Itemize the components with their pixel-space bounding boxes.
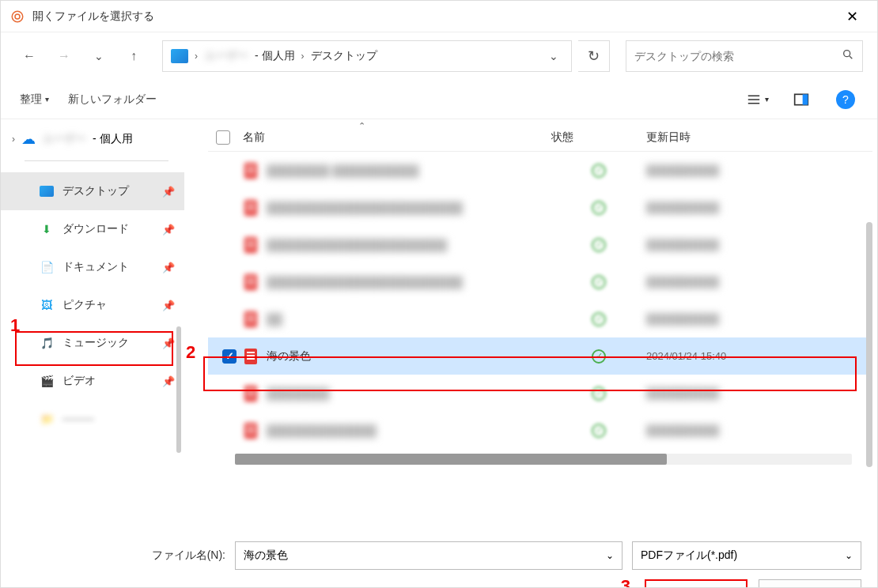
file-row-selected[interactable]: 海の景色 2024/01/24 15:40 — [208, 337, 872, 375]
breadcrumb-user[interactable]: ユーザー — [204, 49, 248, 63]
window-title: 開くファイルを選択する — [32, 9, 836, 24]
chevron-right-icon: › — [12, 134, 15, 145]
download-icon: ⬇ — [39, 223, 55, 236]
svg-point-0 — [12, 11, 23, 22]
file-row[interactable]: ████████████ — [208, 300, 872, 337]
search-input[interactable] — [634, 50, 842, 62]
nav-back-button[interactable]: ← — [15, 42, 44, 70]
filename-input[interactable]: 海の景色 ⌄ — [235, 541, 623, 570]
documents-icon: 📄 — [39, 261, 55, 273]
open-button[interactable]: 開く(O) — [645, 579, 747, 588]
close-button[interactable]: ✕ — [836, 8, 868, 25]
breadcrumb-personal[interactable]: - 個人用 — [255, 49, 295, 63]
pictures-icon: 🖼 — [39, 299, 55, 311]
sidebar-item-downloads[interactable]: ⬇ ダウンロード 📌 — [1, 210, 184, 248]
svg-point-2 — [844, 51, 850, 57]
chevron-down-icon[interactable]: ⌄ — [606, 550, 614, 561]
refresh-button[interactable]: ↻ — [578, 40, 610, 72]
sidebar-item-documents[interactable]: 📄 ドキュメント 📌 — [1, 248, 184, 286]
sidebar-personal-label: - 個人用 — [93, 132, 133, 146]
nav-recent-dropdown[interactable]: ⌄ — [85, 42, 113, 70]
sidebar-item-videos[interactable]: 🎬 ビデオ 📌 — [1, 362, 184, 400]
svg-rect-4 — [803, 94, 808, 104]
file-date: 2024/01/24 15:40 — [646, 350, 865, 362]
file-row[interactable]: ██████████████████ — [208, 375, 872, 412]
organize-menu[interactable]: 整理 ▾ — [20, 92, 49, 107]
help-button[interactable]: ? — [833, 87, 858, 112]
nav-forward-button[interactable]: → — [50, 42, 78, 70]
select-all-checkbox[interactable] — [216, 130, 230, 145]
cancel-button[interactable]: キャンセル — [759, 579, 861, 588]
onedrive-icon: ☁ — [21, 130, 36, 148]
pin-icon: 📌 — [162, 300, 175, 311]
file-row[interactable]: ████████ █████████████████████ — [208, 152, 872, 189]
file-row[interactable]: █████████████████████████████████ — [208, 226, 872, 263]
annotation-1: 1 — [10, 315, 20, 336]
status-ok-icon — [592, 349, 606, 364]
chevron-down-icon[interactable]: ⌄ — [845, 550, 853, 561]
vertical-scrollbar[interactable] — [866, 222, 872, 467]
file-list: 名前 ⌃ 状態 更新日時 ████████ ██████████████████… — [184, 119, 877, 530]
sidebar-onedrive[interactable]: › ☁ ユーザー - 個人用 — [1, 124, 184, 154]
file-type-filter[interactable]: PDFファイル(*.pdf) ⌄ — [632, 541, 861, 570]
view-mode-button[interactable]: ▾ — [744, 87, 770, 112]
column-state[interactable]: 状態 — [551, 130, 646, 145]
annotation-2: 2 — [186, 342, 195, 363]
pin-icon: 📌 — [162, 375, 175, 387]
sidebar-scrollbar[interactable] — [176, 326, 181, 453]
sort-caret-icon: ⌃ — [358, 121, 365, 131]
svg-point-1 — [15, 14, 20, 19]
pdf-file-icon — [243, 348, 259, 365]
column-name[interactable]: 名前 — [243, 130, 551, 145]
breadcrumb-sep-icon: › — [195, 51, 198, 62]
breadcrumb-desktop[interactable]: デスクトップ — [311, 49, 377, 63]
pin-icon: 📌 — [162, 224, 175, 236]
annotation-box-1 — [15, 331, 173, 366]
search-icon[interactable] — [842, 48, 854, 64]
videos-icon: 🎬 — [39, 375, 55, 387]
column-date[interactable]: 更新日時 — [646, 130, 865, 145]
file-row[interactable]: ███████████████████████████████████ — [208, 263, 872, 300]
new-folder-button[interactable]: 新しいフォルダー — [68, 92, 157, 107]
pin-icon: 📌 — [162, 262, 175, 273]
sidebar: › ☁ ユーザー - 個人用 1 デスクトップ 📌 ⬇ ダウンロード 📌 📄 ド… — [1, 119, 184, 530]
preview-pane-button[interactable] — [789, 87, 814, 112]
sidebar-item-hidden[interactable]: 📁──── — [1, 400, 184, 438]
address-bar[interactable]: › ユーザー - 個人用 › デスクトップ ⌄ — [162, 40, 572, 72]
file-checkbox[interactable] — [222, 349, 237, 364]
pin-icon: 📌 — [162, 186, 175, 198]
nav-up-button[interactable]: ↑ — [119, 42, 148, 70]
app-icon — [10, 9, 25, 24]
filename-label: ファイル名(N): — [152, 548, 225, 563]
horizontal-scrollbar[interactable] — [235, 454, 852, 465]
file-list-header[interactable]: 名前 ⌃ 状態 更新日時 — [208, 124, 872, 152]
desktop-icon — [39, 186, 55, 197]
file-name: 海の景色 — [267, 349, 551, 364]
file-row[interactable]: ███████████████████████████████████ — [208, 189, 872, 226]
drive-icon — [171, 49, 188, 63]
sidebar-item-pictures[interactable]: 🖼 ピクチャ 📌 — [1, 286, 184, 324]
annotation-3: 3 — [621, 576, 630, 588]
address-dropdown-icon[interactable]: ⌄ — [544, 50, 563, 62]
sidebar-item-desktop[interactable]: デスクトップ 📌 — [1, 172, 184, 210]
file-row[interactable]: ████████████████████████ — [208, 412, 872, 449]
